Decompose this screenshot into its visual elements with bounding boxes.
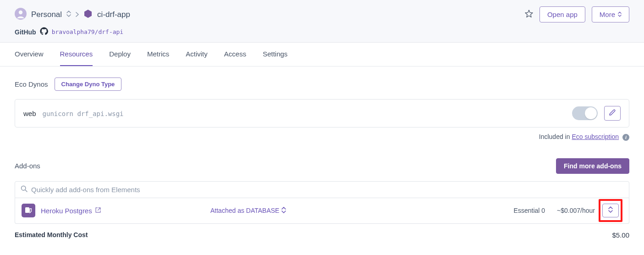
edit-dyno-button[interactable]: [604, 106, 621, 121]
updown-icon: [281, 207, 286, 215]
dyno-process-type: web: [23, 110, 36, 117]
tab-access[interactable]: Access: [224, 43, 246, 66]
addon-item: Heroku Postgres Attached as DATABASE Ess…: [15, 198, 629, 224]
estimated-cost-value: $5.00: [612, 231, 629, 239]
addon-attached-as[interactable]: Attached as DATABASE: [210, 207, 514, 215]
svg-point-1: [19, 10, 22, 14]
person-icon: [15, 8, 27, 22]
tab-metrics[interactable]: Metrics: [147, 43, 169, 66]
updown-icon: [618, 11, 622, 18]
eco-subscription-link[interactable]: Eco subscription: [572, 133, 619, 140]
highlighted-action: [599, 199, 622, 222]
postgres-icon: [22, 204, 35, 217]
addon-price: ~$0.007/hour: [557, 207, 595, 214]
github-label: GitHub: [15, 28, 36, 36]
search-icon: [21, 185, 28, 194]
github-icon: [40, 27, 48, 37]
updown-icon[interactable]: [66, 11, 71, 19]
dyno-row: web gunicorn drf_api.wsgi: [15, 99, 629, 128]
tab-overview[interactable]: Overview: [15, 43, 44, 66]
app-hex-icon: [83, 9, 93, 20]
breadcrumb: Personal ci-drf-app Open app More: [15, 6, 629, 22]
eco-dynos-label: Eco Dynos: [15, 80, 48, 88]
github-repo-link[interactable]: bravoalpha79/drf-api: [52, 28, 124, 35]
tabs: OverviewResourcesDeployMetricsActivityAc…: [0, 43, 644, 67]
tab-deploy[interactable]: Deploy: [109, 43, 131, 66]
find-more-addons-button[interactable]: Find more add-ons: [556, 158, 629, 174]
dyno-toggle[interactable]: [572, 106, 598, 120]
info-icon[interactable]: i: [622, 134, 629, 141]
tab-activity[interactable]: Activity: [186, 43, 208, 66]
dyno-command: gunicorn drf_api.wsgi: [43, 110, 124, 117]
svg-rect-4: [25, 207, 29, 213]
addons-label: Add-ons: [15, 162, 40, 170]
more-button[interactable]: More: [592, 6, 629, 22]
addon-search-input[interactable]: [31, 186, 623, 194]
star-icon[interactable]: [525, 10, 533, 20]
tab-settings[interactable]: Settings: [263, 43, 287, 66]
external-link-icon: [95, 207, 101, 215]
estimated-cost-label: Estimated Monthly Cost: [15, 231, 88, 239]
addon-search[interactable]: [15, 181, 629, 198]
chevron-right-icon: [76, 11, 79, 19]
change-dyno-type-button[interactable]: Change Dyno Type: [55, 78, 122, 91]
tab-resources[interactable]: Resources: [60, 43, 93, 66]
addon-name-link[interactable]: Heroku Postgres: [41, 207, 210, 215]
open-app-button[interactable]: Open app: [539, 6, 585, 22]
addon-actions-button[interactable]: [602, 204, 619, 217]
addon-plan: Essential 0: [514, 207, 545, 214]
account-name[interactable]: Personal: [31, 10, 62, 19]
pencil-icon: [609, 109, 616, 118]
updown-icon: [608, 206, 613, 215]
svg-line-3: [25, 190, 27, 192]
eco-subscription-note: Included in Eco subscription i: [15, 133, 629, 141]
app-name[interactable]: ci-drf-app: [97, 10, 130, 19]
